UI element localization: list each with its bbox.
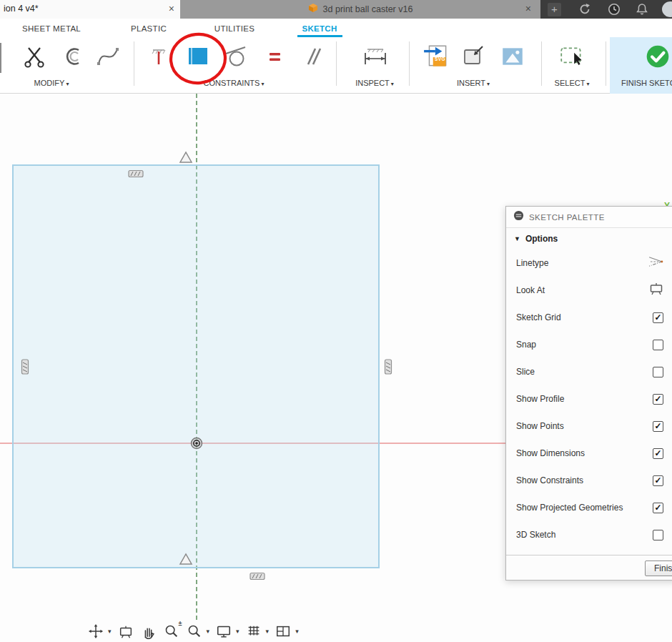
sketch-rectangle[interactable] bbox=[13, 165, 379, 568]
sketch-grid-checkbox[interactable]: ✓ bbox=[653, 312, 663, 323]
palette-footer: Finish bbox=[506, 555, 672, 580]
row-label: Show Constraints bbox=[516, 475, 583, 485]
user-avatar[interactable] bbox=[662, 1, 672, 17]
section-collapse-icon: ▼ bbox=[514, 235, 520, 242]
show-constraints-checkbox[interactable]: ✓ bbox=[653, 475, 663, 486]
vertical-horizontal-constraint-icon[interactable] bbox=[144, 40, 173, 73]
ribbon-tab-plastic[interactable]: PLASTIC bbox=[131, 24, 167, 33]
new-tab-button[interactable]: + bbox=[548, 3, 561, 16]
zoom-icon[interactable]: ± bbox=[163, 623, 180, 640]
row-label: Look At bbox=[516, 285, 545, 295]
chevron-down-icon[interactable]: ▾ bbox=[266, 628, 270, 635]
spline-tool-icon[interactable] bbox=[94, 40, 122, 73]
group-label-inspect[interactable]: INSPECT▾ bbox=[355, 79, 394, 87]
insert-decal-icon[interactable] bbox=[460, 40, 488, 73]
trim-tool-icon[interactable] bbox=[20, 40, 49, 73]
finish-sketch-check-icon[interactable] bbox=[643, 40, 672, 73]
close-tab-icon[interactable]: × bbox=[525, 3, 531, 14]
ribbon-tab-sheet-metal[interactable]: SHEET METAL bbox=[22, 24, 81, 33]
job-status-icon[interactable] bbox=[578, 2, 592, 16]
document-tab-previous[interactable]: ion 4 v4* × bbox=[0, 0, 180, 19]
parallel-constraint-icon[interactable] bbox=[298, 40, 327, 73]
zoom-plus-minus-label: ± bbox=[179, 620, 182, 627]
tangent-constraint-icon[interactable] bbox=[222, 40, 250, 73]
ribbon-tab-sketch[interactable]: SKETCH bbox=[302, 24, 337, 33]
active-tab-underline bbox=[297, 35, 342, 37]
chevron-down-icon[interactable]: ▾ bbox=[236, 628, 239, 635]
look-at-icon[interactable] bbox=[649, 282, 663, 298]
show-profile-checkbox[interactable]: ✓ bbox=[653, 394, 663, 405]
svg-badge-label: SVG bbox=[433, 56, 447, 61]
offset-tool-icon[interactable] bbox=[59, 40, 87, 73]
checkmark: ✓ bbox=[654, 503, 661, 512]
insert-canvas-icon[interactable] bbox=[498, 40, 527, 73]
group-separator bbox=[336, 41, 337, 86]
palette-row-sketch-grid: Sketch Grid ✓ bbox=[506, 304, 672, 331]
palette-row-slice: Slice bbox=[506, 358, 672, 385]
palette-row-3d-sketch: 3D Sketch bbox=[506, 521, 672, 548]
equal-constraint-glyph[interactable] bbox=[385, 360, 392, 374]
row-label: Show Profile bbox=[516, 394, 564, 404]
row-label: Show Dimensions bbox=[516, 448, 585, 458]
group-label-constraints[interactable]: CONSTRAINTS▾ bbox=[204, 79, 265, 87]
zoom-window-icon[interactable] bbox=[186, 623, 203, 640]
pan-hand-icon[interactable] bbox=[140, 623, 157, 640]
document-tabbar: ion 4 v4* × 3d print ball caster v16 × + bbox=[0, 0, 672, 19]
fusion-window: ion 4 v4* × 3d print ball caster v16 × +… bbox=[0, 0, 672, 642]
equal-constraint-glyph[interactable] bbox=[22, 360, 29, 374]
row-label: Show Points bbox=[516, 421, 564, 431]
show-points-checkbox[interactable]: ✓ bbox=[653, 421, 663, 432]
group-label-finish-sketch[interactable]: FINISH SKETCH bbox=[621, 79, 672, 87]
row-label: Slice bbox=[516, 367, 535, 377]
group-label-modify[interactable]: MODIFY▾ bbox=[34, 79, 69, 87]
palette-row-show-dimensions: Show Dimensions ✓ bbox=[506, 440, 672, 467]
document-tab-active[interactable]: 3d print ball caster v16 × bbox=[180, 0, 540, 19]
chevron-down-icon: ▾ bbox=[586, 81, 589, 87]
chevron-down-icon[interactable]: ▾ bbox=[207, 628, 210, 635]
equal-constraint-glyph[interactable] bbox=[129, 171, 143, 177]
grid-settings-icon[interactable] bbox=[245, 623, 262, 640]
group-label-insert[interactable]: INSERT▾ bbox=[457, 79, 490, 87]
group-label-select[interactable]: SELECT▾ bbox=[555, 79, 590, 87]
viewports-icon[interactable] bbox=[275, 623, 292, 640]
palette-row-show-projected-geometries: Show Projected Geometries ✓ bbox=[506, 494, 672, 521]
clipped-tool-icon bbox=[0, 43, 1, 73]
checkmark: ✓ bbox=[654, 313, 661, 322]
sketch-palette-panel: SKETCH PALETTE ▼ Options Linetype Look A… bbox=[505, 206, 672, 581]
measure-tool-icon[interactable] bbox=[361, 40, 390, 73]
show-dimensions-checkbox[interactable]: ✓ bbox=[653, 448, 663, 459]
options-section-header[interactable]: ▼ Options bbox=[506, 228, 672, 250]
equal-constraint-icon[interactable] bbox=[261, 40, 290, 73]
linetype-icon[interactable] bbox=[648, 256, 663, 270]
notifications-bell-icon[interactable] bbox=[635, 2, 649, 16]
snap-checkbox[interactable] bbox=[653, 340, 663, 350]
chevron-down-icon[interactable]: ▾ bbox=[295, 628, 299, 635]
3d-sketch-checkbox[interactable] bbox=[653, 530, 663, 540]
look-at-icon[interactable] bbox=[117, 623, 134, 640]
rectangle-tool-icon[interactable] bbox=[184, 40, 212, 73]
palette-row-show-profile: Show Profile ✓ bbox=[506, 385, 672, 413]
checkmark: ✓ bbox=[654, 422, 661, 430]
display-settings-icon[interactable] bbox=[215, 623, 232, 640]
ribbon-tab-utilities[interactable]: UTILITIES bbox=[214, 24, 255, 33]
close-tab-icon[interactable]: × bbox=[169, 3, 174, 14]
chevron-down-icon: ▾ bbox=[391, 81, 394, 87]
move-tool-icon[interactable] bbox=[87, 623, 104, 640]
select-tool-icon[interactable] bbox=[558, 40, 586, 73]
group-separator bbox=[541, 41, 542, 86]
symmetry-constraint-icon[interactable] bbox=[180, 152, 192, 162]
palette-finish-button[interactable]: Finish bbox=[645, 560, 672, 576]
equal-constraint-glyph[interactable] bbox=[250, 573, 265, 580]
palette-row-snap: Snap bbox=[506, 331, 672, 358]
insert-svg-icon[interactable]: SVG bbox=[423, 40, 451, 73]
clock-icon[interactable] bbox=[607, 2, 621, 16]
document-tab-label: ion 4 v4* bbox=[4, 4, 39, 14]
show-projected-geometries-checkbox[interactable]: ✓ bbox=[653, 503, 663, 513]
group-separator bbox=[134, 41, 134, 86]
chevron-down-icon[interactable]: ▾ bbox=[108, 628, 112, 635]
slice-checkbox[interactable] bbox=[653, 367, 663, 377]
document-tab-label: 3d print ball caster v16 bbox=[323, 4, 413, 14]
origin-point[interactable] bbox=[192, 438, 202, 449]
palette-title: SKETCH PALETTE bbox=[529, 213, 605, 222]
palette-header[interactable]: SKETCH PALETTE bbox=[506, 207, 672, 228]
